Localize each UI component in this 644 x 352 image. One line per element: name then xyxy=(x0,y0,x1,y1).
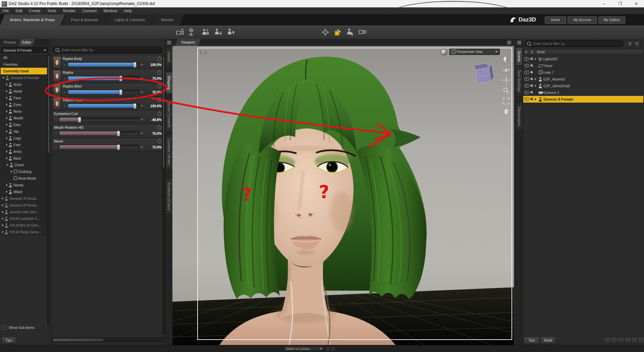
figure-selector-dropdown[interactable]: Genesis 8 Female xyxy=(1,47,48,53)
maximize-button[interactable]: ❐ xyxy=(612,0,628,7)
slider-decrement-button[interactable]: - xyxy=(54,131,58,136)
slider-increment-button[interactable]: + xyxy=(140,145,144,150)
caret-right-icon[interactable] xyxy=(6,97,8,99)
shaping-filter-input[interactable] xyxy=(61,48,161,52)
column-node[interactable]: Node xyxy=(535,50,545,54)
morph-slider[interactable] xyxy=(59,117,139,122)
tab-pose-animate[interactable]: Pose & Animate xyxy=(61,14,108,25)
my-gallery-button[interactable]: My Gallery xyxy=(598,16,625,24)
zoom-icon[interactable] xyxy=(502,87,511,95)
slider-increment-button[interactable]: + xyxy=(140,104,144,108)
caret-right-icon[interactable] xyxy=(6,157,8,160)
morph-slider[interactable] xyxy=(68,76,139,81)
tree-item-chest[interactable]: Chest xyxy=(1,162,47,168)
visibility-eye-icon[interactable] xyxy=(524,64,529,67)
scene-node-g2f-jaina2smpl[interactable]: G2F_Jaina2smpl xyxy=(523,82,643,89)
tree-item-genesis8-2[interactable]: Genesis 8 Femal... xyxy=(1,195,47,202)
tree-item-face[interactable]: Face xyxy=(1,95,47,101)
caret-right-icon[interactable] xyxy=(11,170,12,173)
viewport-3d-canvas[interactable] xyxy=(172,46,514,345)
morph-slider[interactable] xyxy=(68,62,139,67)
pan-icon[interactable] xyxy=(502,76,511,84)
tab-lights-cameras[interactable]: Lights & Cameras xyxy=(104,14,155,25)
my-account-button[interactable]: My Account xyxy=(568,16,597,24)
lesson-aux-button[interactable] xyxy=(325,346,330,352)
caret-right-icon[interactable] xyxy=(2,231,4,233)
gear-icon[interactable] xyxy=(157,112,162,116)
lesson-selector-dropdown[interactable]: Select a Lesson... xyxy=(283,346,324,351)
mini-toolbar-button[interactable] xyxy=(631,337,638,343)
caret-right-icon[interactable] xyxy=(2,224,4,227)
caret-right-icon[interactable] xyxy=(535,58,536,60)
slider-thumb[interactable] xyxy=(133,103,137,109)
tree-item-genesis8-3[interactable]: Genesis 8 Femal... xyxy=(1,202,47,209)
tree-item-nose[interactable]: Nose xyxy=(1,108,47,115)
caret-right-icon[interactable] xyxy=(6,110,8,113)
filter-next-button[interactable] xyxy=(634,41,640,47)
tree-item-legs[interactable]: Legs xyxy=(1,135,47,141)
slider-thumb[interactable] xyxy=(78,117,81,123)
scene-node-genesis8female[interactable]: Genesis 8 Female xyxy=(523,96,643,103)
caret-right-icon[interactable] xyxy=(2,204,4,207)
caret-right-icon[interactable] xyxy=(6,123,8,126)
visibility-eye-icon[interactable] xyxy=(524,98,529,101)
morph-slider[interactable] xyxy=(59,145,139,150)
menu-file[interactable]: File xyxy=(3,9,9,13)
visibility-eye-icon[interactable] xyxy=(524,77,529,81)
caret-right-icon[interactable] xyxy=(6,150,8,153)
slider-thumb[interactable] xyxy=(119,76,122,81)
scene-node-cube7[interactable]: cube 7 xyxy=(523,69,643,76)
dock-tab-content-library[interactable]: Content Library xyxy=(166,135,172,169)
slider-increment-button[interactable]: + xyxy=(140,131,144,136)
pane-menu-icon[interactable] xyxy=(517,41,521,42)
caret-right-icon[interactable] xyxy=(6,137,8,139)
menu-create[interactable]: Create xyxy=(29,9,41,13)
category-item-all[interactable]: All xyxy=(1,54,47,61)
gear-icon[interactable] xyxy=(157,57,162,61)
tree-item-head[interactable]: Head xyxy=(1,88,47,95)
selectable-cursor-icon[interactable] xyxy=(530,91,534,95)
tab-render[interactable]: Render xyxy=(151,14,184,25)
menu-connect[interactable]: Connect xyxy=(82,9,97,13)
scene-node-floor[interactable]: Floor xyxy=(523,62,643,69)
scene-node-camera1[interactable]: Camera 1 xyxy=(523,89,643,96)
tab-editor[interactable]: Editor xyxy=(18,39,35,46)
caret-down-icon[interactable] xyxy=(6,164,9,166)
home-button[interactable]: Home xyxy=(545,16,566,24)
tree-item-real-world[interactable]: Real World xyxy=(1,175,47,182)
slider-decrement-button[interactable]: - xyxy=(54,117,58,122)
caret-right-icon[interactable] xyxy=(6,83,8,86)
tree-item-actor[interactable]: Actor xyxy=(1,81,47,88)
mini-toolbar-button[interactable] xyxy=(624,337,631,343)
draw-style-sphere-icon[interactable] xyxy=(441,49,447,55)
selectable-cursor-icon[interactable] xyxy=(530,77,534,81)
tree-item-hands[interactable]: Hands xyxy=(1,182,47,188)
visibility-eye-icon[interactable] xyxy=(524,71,529,74)
visibility-eye-icon[interactable] xyxy=(524,84,529,87)
node-selection-icon[interactable] xyxy=(346,28,355,37)
selectable-cursor-icon[interactable] xyxy=(530,97,534,101)
selectable-cursor-icon[interactable] xyxy=(530,57,534,61)
node-view-button[interactable]: Node xyxy=(540,337,556,344)
gear-icon[interactable] xyxy=(157,139,162,143)
slider-list-scrollbar[interactable] xyxy=(162,56,165,335)
slider-thumb[interactable] xyxy=(119,90,122,95)
caret-right-icon[interactable] xyxy=(2,217,4,220)
caret-right-icon[interactable] xyxy=(6,143,8,146)
tree-item-waist[interactable]: Waist xyxy=(1,188,47,195)
tree-item-sylm-panty[interactable]: SYLM Panty Gene... xyxy=(1,229,47,235)
gear-icon[interactable] xyxy=(157,70,162,75)
orbit-icon[interactable] xyxy=(502,66,511,74)
new-light-icon[interactable] xyxy=(188,28,197,37)
slider-thumb[interactable] xyxy=(117,131,120,136)
slider-increment-button[interactable]: + xyxy=(140,62,144,67)
visibility-eye-icon[interactable] xyxy=(524,91,529,94)
slider-list-hscrollbar[interactable] xyxy=(52,337,164,342)
scene-column-header[interactable]: V S Node xyxy=(523,49,643,55)
aim-at-icon[interactable] xyxy=(321,28,330,37)
dock-tab-shaping[interactable]: Shaping xyxy=(166,72,172,93)
tree-item-sylm-loincloth[interactable]: SYLM Loincloth 0... xyxy=(1,215,47,222)
new-camera-icon[interactable] xyxy=(176,28,184,37)
tab-presets[interactable]: Presets xyxy=(0,39,20,46)
scene-node-g2f-aiyana3[interactable]: G2F_Aiyana3 xyxy=(523,76,643,82)
